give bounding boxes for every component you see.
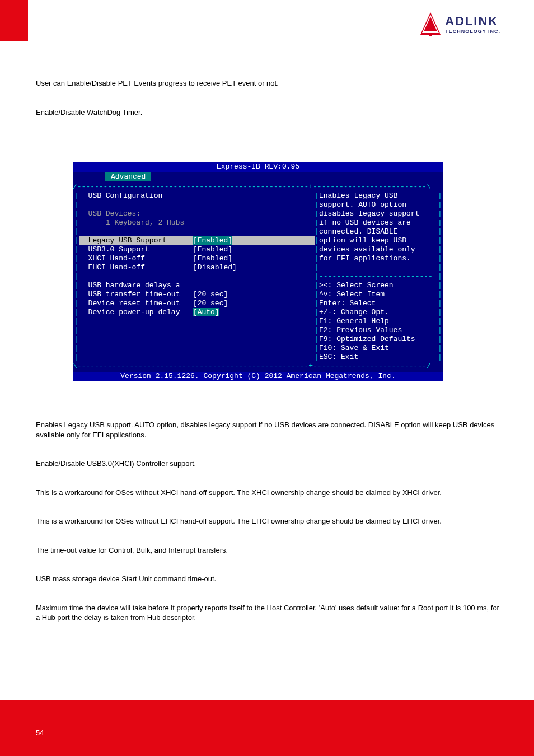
bios-key-hint: F10: Save & Exit xyxy=(319,344,437,353)
intro-paragraph-1: User can Enable/Disable PET Events progr… xyxy=(36,78,500,88)
desc-powerup: Maximum time the device will take before… xyxy=(36,603,500,623)
bios-key-hint: Enter: Select xyxy=(319,299,437,308)
desc-legacy-usb: Enables Legacy USB support. AUTO option,… xyxy=(36,420,500,440)
bios-item-reset-timeout[interactable]: Device reset time-out [20 sec] xyxy=(79,299,315,308)
bios-section-heading: USB Configuration xyxy=(88,192,163,200)
desc-usb30: Enable/Disable USB3.0(XHCI) Controller s… xyxy=(36,459,500,469)
bios-item-delays[interactable]: USB hardware delays a xyxy=(79,281,315,290)
bios-item-transfer-timeout[interactable]: USB transfer time-out [20 sec] xyxy=(79,290,315,299)
intro-paragraph-2: Enable/Disable WatchDog Timer. xyxy=(36,108,500,118)
adlink-logo: ADLINK TECHNOLOGY INC. xyxy=(419,11,500,37)
desc-timeout: The time-out value for Control, Bulk, an… xyxy=(36,545,500,556)
logo-text-bottom: TECHNOLOGY INC. xyxy=(445,29,500,34)
bios-footer: Version 2.15.1226. Copyright (C) 2012 Am… xyxy=(73,372,443,381)
bios-help-line: for EFI applications. xyxy=(319,254,437,263)
desc-ehci: This is a workaround for OSes without EH… xyxy=(36,516,500,526)
page-number: 54 xyxy=(36,729,44,737)
bios-help-line: disables legacy support xyxy=(319,209,437,218)
bios-key-hint: ESC: Exit xyxy=(319,353,437,362)
bios-item-xhci[interactable]: XHCI Hand-off [Enabled] xyxy=(79,254,315,263)
bios-help-line: devices available only xyxy=(319,245,437,254)
bios-tab-advanced[interactable]: Advanced xyxy=(105,172,151,181)
bios-item-legacy-usb[interactable]: Legacy USB Support [Enabled] xyxy=(79,236,315,245)
bios-key-hint: F2: Previous Values xyxy=(319,326,437,335)
bios-key-hint: ^v: Select Item xyxy=(319,290,437,299)
bios-item-usb30[interactable]: USB3.0 Support [Enabled] xyxy=(79,245,315,254)
bios-help-line: if no USB devices are xyxy=(319,218,437,227)
bios-tab-bar: Advanced xyxy=(73,172,443,181)
bios-screen: Express-IB REV:0.95 Advanced /----------… xyxy=(73,162,443,381)
desc-mass-storage: USB mass storage device Start Unit comma… xyxy=(36,574,500,584)
red-corner-tab xyxy=(0,0,28,41)
bios-key-hint: +/-: Change Opt. xyxy=(319,308,437,317)
desc-xhci: This is a workaround for OSes without XH… xyxy=(36,488,500,498)
bios-help-line: Enables Legacy USB xyxy=(319,192,437,200)
bios-item-ehci[interactable]: EHCI Hand-off [Disabled] xyxy=(79,263,315,272)
logo-icon xyxy=(419,11,442,37)
bios-devices-line: 1 Keyboard, 2 Hubs xyxy=(88,218,185,227)
logo-text-top: ADLINK xyxy=(445,14,500,29)
bios-key-hint: F1: General Help xyxy=(319,317,437,326)
bios-key-hint: ><: Select Screen xyxy=(319,281,437,290)
bios-key-hint: F9: Optimized Defaults xyxy=(319,335,437,344)
bios-help-line: support. AUTO option xyxy=(319,200,437,209)
bios-item-powerup-delay[interactable]: Device power-up delay [Auto] xyxy=(79,308,315,317)
svg-point-3 xyxy=(429,33,432,36)
bios-title: Express-IB REV:0.95 xyxy=(73,162,443,172)
bios-help-line: connected. DISABLE xyxy=(319,227,437,236)
page-footer: 54 xyxy=(0,700,534,756)
bios-devices-label: USB Devices: xyxy=(88,209,141,218)
bios-help-line: option will keep USB xyxy=(319,236,437,245)
